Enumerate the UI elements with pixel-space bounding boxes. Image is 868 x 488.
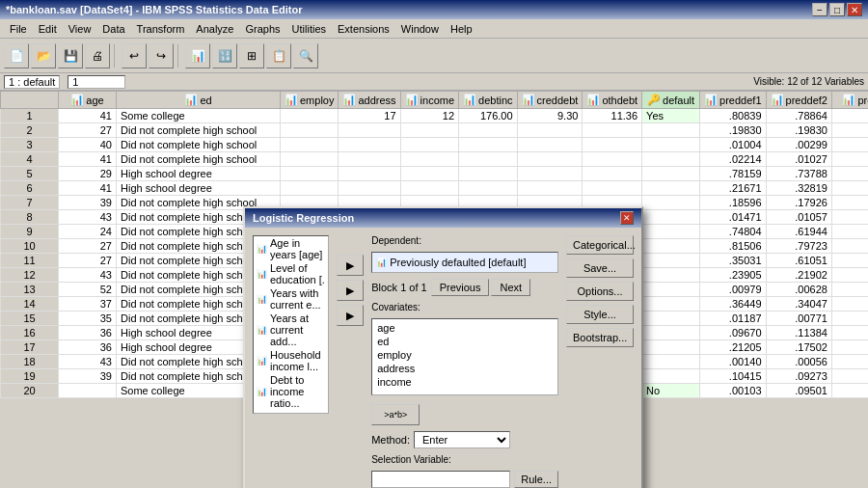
menu-item-help[interactable]: Help [445, 22, 478, 36]
side-btn-categorical---[interactable]: Categorical... [566, 235, 634, 255]
table-cell[interactable] [642, 326, 700, 340]
menu-item-utilities[interactable]: Utilities [286, 22, 332, 36]
table-cell[interactable] [642, 283, 700, 297]
table-cell[interactable]: .81506 [700, 239, 766, 254]
table-cell[interactable]: 10 [1, 239, 59, 254]
table-cell[interactable]: 6 [1, 181, 59, 196]
table-cell[interactable]: 11 [1, 254, 59, 268]
previous-button[interactable]: Previous [431, 279, 490, 296]
table-cell[interactable]: .18596 [700, 196, 766, 210]
next-button[interactable]: Next [491, 279, 530, 296]
table-cell[interactable] [642, 239, 700, 254]
table-cell[interactable]: 18 [1, 355, 59, 369]
table-cell[interactable] [339, 181, 400, 196]
table-cell[interactable]: .73788 [766, 167, 831, 181]
table-cell[interactable] [400, 138, 458, 152]
table-cell[interactable] [339, 167, 400, 181]
table-cell[interactable]: 36 [59, 340, 117, 355]
table-cell[interactable]: 39 [59, 369, 117, 384]
table-cell[interactable]: .00979 [700, 283, 766, 297]
table-cell[interactable] [281, 138, 339, 152]
table-cell[interactable]: .74804 [700, 225, 766, 239]
table-cell[interactable] [831, 312, 868, 326]
table-cell[interactable] [459, 152, 517, 167]
table-cell[interactable] [642, 369, 700, 384]
redo-btn[interactable]: ↪ [149, 43, 174, 68]
table-cell[interactable] [831, 254, 868, 268]
table-cell[interactable]: 36 [59, 326, 117, 340]
table-cell[interactable]: 11.36 [583, 109, 642, 123]
table-cell[interactable] [831, 326, 868, 340]
table-cell[interactable]: .78864 [766, 109, 831, 123]
table-cell[interactable] [281, 181, 339, 196]
table-cell[interactable]: 12 [1, 268, 59, 283]
table-cell[interactable] [642, 340, 700, 355]
col-employ[interactable]: 📊employ [281, 92, 339, 109]
new-file-btn[interactable]: 📄 [4, 43, 29, 68]
method-select[interactable]: Enter Forward: LR Backward: LR [414, 431, 510, 448]
cov-list-item[interactable]: address [374, 362, 556, 375]
table-cell[interactable] [339, 138, 400, 152]
table-cell[interactable]: .00628 [766, 283, 831, 297]
table-cell[interactable]: Did not complete high school [117, 138, 281, 152]
undo-btn[interactable]: ↩ [122, 43, 147, 68]
table-cell[interactable] [642, 268, 700, 283]
table-cell[interactable] [831, 340, 868, 355]
menu-item-file[interactable]: File [4, 22, 33, 36]
table-cell[interactable] [642, 254, 700, 268]
col-creddebt[interactable]: 📊creddebt [517, 92, 583, 109]
maximize-button[interactable]: □ [829, 3, 845, 16]
cov-list-item[interactable]: age [374, 321, 556, 335]
table-cell[interactable]: .09273 [766, 369, 831, 384]
table-cell[interactable] [642, 167, 700, 181]
table-cell[interactable]: .19830 [700, 123, 766, 138]
table-cell[interactable]: .00103 [700, 384, 766, 398]
table-cell[interactable]: .00140 [700, 355, 766, 369]
table-cell[interactable]: Some college [117, 109, 281, 123]
table-cell[interactable]: 12 [400, 109, 458, 123]
table-cell[interactable]: .21902 [766, 268, 831, 283]
table-cell[interactable]: .10415 [700, 369, 766, 384]
table-cell[interactable] [831, 109, 868, 123]
table-cell[interactable] [583, 138, 642, 152]
table-cell[interactable]: 19 [1, 369, 59, 384]
col-ed[interactable]: 📊ed [117, 92, 281, 109]
table-cell[interactable] [583, 123, 642, 138]
table-cell[interactable] [831, 167, 868, 181]
save-btn[interactable]: 💾 [58, 43, 83, 68]
table-cell[interactable] [831, 225, 868, 239]
table-cell[interactable] [517, 152, 583, 167]
side-btn-options---[interactable]: Options... [566, 282, 634, 301]
table-cell[interactable]: 1 [1, 109, 59, 123]
table-cell[interactable]: 3 [1, 138, 59, 152]
table-cell[interactable]: .09670 [700, 326, 766, 340]
table-cell[interactable] [281, 123, 339, 138]
menu-item-transform[interactable]: Transform [131, 22, 191, 36]
table-cell[interactable]: .00299 [766, 138, 831, 152]
table-cell[interactable] [642, 297, 700, 312]
table-cell[interactable] [517, 167, 583, 181]
cov-list-item[interactable]: employ [374, 348, 556, 362]
table-cell[interactable] [400, 167, 458, 181]
var-btn[interactable]: 📋 [266, 43, 291, 68]
dialog-close-button[interactable]: ✕ [620, 211, 634, 225]
table-cell[interactable]: .09501 [766, 384, 831, 398]
table-cell[interactable]: .35031 [700, 254, 766, 268]
data-btn[interactable]: 🔢 [212, 43, 237, 68]
table-cell[interactable] [400, 152, 458, 167]
table-cell[interactable]: .01057 [766, 210, 831, 225]
table-cell[interactable]: 27 [59, 239, 117, 254]
table-cell[interactable]: 176.00 [459, 109, 517, 123]
table-cell[interactable]: .01187 [700, 312, 766, 326]
menu-item-extensions[interactable]: Extensions [332, 22, 395, 36]
table-cell[interactable]: .61051 [766, 254, 831, 268]
rule-button[interactable]: Rule... [514, 471, 558, 488]
menu-item-graphs[interactable]: Graphs [239, 22, 285, 36]
var-list-item[interactable]: 📊Age in years [age] [254, 236, 328, 261]
table-cell[interactable] [642, 355, 700, 369]
table-cell[interactable] [831, 152, 868, 167]
table-cell[interactable] [831, 283, 868, 297]
table-cell[interactable] [281, 109, 339, 123]
table-cell[interactable]: .79723 [766, 239, 831, 254]
col-income[interactable]: 📊income [400, 92, 458, 109]
